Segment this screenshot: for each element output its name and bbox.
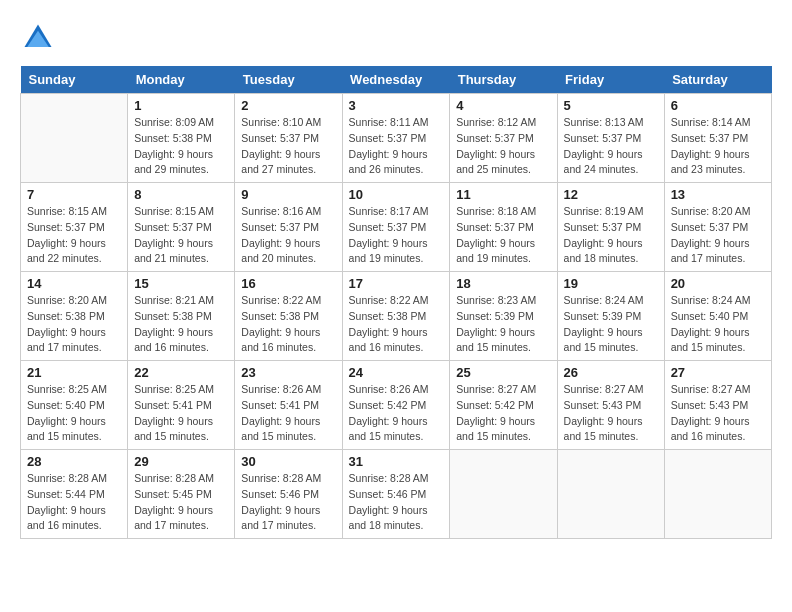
day-info: Sunrise: 8:22 AMSunset: 5:38 PMDaylight:…: [349, 293, 444, 356]
day-number: 15: [134, 276, 228, 291]
day-info: Sunrise: 8:15 AMSunset: 5:37 PMDaylight:…: [134, 204, 228, 267]
calendar-cell: 21Sunrise: 8:25 AMSunset: 5:40 PMDayligh…: [21, 361, 128, 450]
calendar-cell: 31Sunrise: 8:28 AMSunset: 5:46 PMDayligh…: [342, 450, 450, 539]
calendar-cell: 25Sunrise: 8:27 AMSunset: 5:42 PMDayligh…: [450, 361, 557, 450]
calendar-header-row: SundayMondayTuesdayWednesdayThursdayFrid…: [21, 66, 772, 94]
day-number: 25: [456, 365, 550, 380]
calendar-cell: 19Sunrise: 8:24 AMSunset: 5:39 PMDayligh…: [557, 272, 664, 361]
calendar-cell: 26Sunrise: 8:27 AMSunset: 5:43 PMDayligh…: [557, 361, 664, 450]
calendar-cell: 23Sunrise: 8:26 AMSunset: 5:41 PMDayligh…: [235, 361, 342, 450]
day-number: 20: [671, 276, 765, 291]
calendar-cell: 16Sunrise: 8:22 AMSunset: 5:38 PMDayligh…: [235, 272, 342, 361]
calendar-cell: 7Sunrise: 8:15 AMSunset: 5:37 PMDaylight…: [21, 183, 128, 272]
day-info: Sunrise: 8:27 AMSunset: 5:42 PMDaylight:…: [456, 382, 550, 445]
calendar-week-row: 1Sunrise: 8:09 AMSunset: 5:38 PMDaylight…: [21, 94, 772, 183]
day-number: 18: [456, 276, 550, 291]
calendar-cell: 20Sunrise: 8:24 AMSunset: 5:40 PMDayligh…: [664, 272, 771, 361]
day-info: Sunrise: 8:10 AMSunset: 5:37 PMDaylight:…: [241, 115, 335, 178]
day-info: Sunrise: 8:27 AMSunset: 5:43 PMDaylight:…: [564, 382, 658, 445]
day-info: Sunrise: 8:26 AMSunset: 5:42 PMDaylight:…: [349, 382, 444, 445]
day-number: 31: [349, 454, 444, 469]
column-header-friday: Friday: [557, 66, 664, 94]
day-info: Sunrise: 8:27 AMSunset: 5:43 PMDaylight:…: [671, 382, 765, 445]
calendar-cell: 27Sunrise: 8:27 AMSunset: 5:43 PMDayligh…: [664, 361, 771, 450]
day-number: 13: [671, 187, 765, 202]
calendar-week-row: 7Sunrise: 8:15 AMSunset: 5:37 PMDaylight…: [21, 183, 772, 272]
calendar-cell: 24Sunrise: 8:26 AMSunset: 5:42 PMDayligh…: [342, 361, 450, 450]
logo-icon: [20, 20, 56, 56]
calendar-cell: [557, 450, 664, 539]
day-info: Sunrise: 8:14 AMSunset: 5:37 PMDaylight:…: [671, 115, 765, 178]
day-info: Sunrise: 8:26 AMSunset: 5:41 PMDaylight:…: [241, 382, 335, 445]
calendar-cell: [21, 94, 128, 183]
column-header-sunday: Sunday: [21, 66, 128, 94]
calendar-cell: 18Sunrise: 8:23 AMSunset: 5:39 PMDayligh…: [450, 272, 557, 361]
calendar-table: SundayMondayTuesdayWednesdayThursdayFrid…: [20, 66, 772, 539]
day-number: 12: [564, 187, 658, 202]
day-info: Sunrise: 8:23 AMSunset: 5:39 PMDaylight:…: [456, 293, 550, 356]
day-info: Sunrise: 8:28 AMSunset: 5:46 PMDaylight:…: [241, 471, 335, 534]
calendar-cell: [664, 450, 771, 539]
day-number: 9: [241, 187, 335, 202]
day-info: Sunrise: 8:15 AMSunset: 5:37 PMDaylight:…: [27, 204, 121, 267]
calendar-cell: 9Sunrise: 8:16 AMSunset: 5:37 PMDaylight…: [235, 183, 342, 272]
day-info: Sunrise: 8:09 AMSunset: 5:38 PMDaylight:…: [134, 115, 228, 178]
day-number: 8: [134, 187, 228, 202]
calendar-cell: 17Sunrise: 8:22 AMSunset: 5:38 PMDayligh…: [342, 272, 450, 361]
day-number: 5: [564, 98, 658, 113]
day-number: 2: [241, 98, 335, 113]
calendar-cell: 22Sunrise: 8:25 AMSunset: 5:41 PMDayligh…: [128, 361, 235, 450]
calendar-cell: 1Sunrise: 8:09 AMSunset: 5:38 PMDaylight…: [128, 94, 235, 183]
calendar-cell: 2Sunrise: 8:10 AMSunset: 5:37 PMDaylight…: [235, 94, 342, 183]
day-info: Sunrise: 8:24 AMSunset: 5:39 PMDaylight:…: [564, 293, 658, 356]
calendar-cell: 6Sunrise: 8:14 AMSunset: 5:37 PMDaylight…: [664, 94, 771, 183]
day-number: 27: [671, 365, 765, 380]
day-info: Sunrise: 8:21 AMSunset: 5:38 PMDaylight:…: [134, 293, 228, 356]
day-number: 22: [134, 365, 228, 380]
day-number: 3: [349, 98, 444, 113]
column-header-thursday: Thursday: [450, 66, 557, 94]
day-info: Sunrise: 8:18 AMSunset: 5:37 PMDaylight:…: [456, 204, 550, 267]
day-number: 29: [134, 454, 228, 469]
day-number: 17: [349, 276, 444, 291]
day-number: 7: [27, 187, 121, 202]
calendar-week-row: 28Sunrise: 8:28 AMSunset: 5:44 PMDayligh…: [21, 450, 772, 539]
day-number: 26: [564, 365, 658, 380]
day-number: 4: [456, 98, 550, 113]
calendar-cell: 4Sunrise: 8:12 AMSunset: 5:37 PMDaylight…: [450, 94, 557, 183]
day-info: Sunrise: 8:20 AMSunset: 5:37 PMDaylight:…: [671, 204, 765, 267]
column-header-monday: Monday: [128, 66, 235, 94]
page-header: [20, 20, 772, 56]
calendar-cell: 3Sunrise: 8:11 AMSunset: 5:37 PMDaylight…: [342, 94, 450, 183]
day-info: Sunrise: 8:24 AMSunset: 5:40 PMDaylight:…: [671, 293, 765, 356]
calendar-cell: 15Sunrise: 8:21 AMSunset: 5:38 PMDayligh…: [128, 272, 235, 361]
day-info: Sunrise: 8:28 AMSunset: 5:44 PMDaylight:…: [27, 471, 121, 534]
day-number: 10: [349, 187, 444, 202]
day-info: Sunrise: 8:17 AMSunset: 5:37 PMDaylight:…: [349, 204, 444, 267]
day-number: 16: [241, 276, 335, 291]
day-info: Sunrise: 8:20 AMSunset: 5:38 PMDaylight:…: [27, 293, 121, 356]
day-info: Sunrise: 8:25 AMSunset: 5:41 PMDaylight:…: [134, 382, 228, 445]
calendar-cell: 30Sunrise: 8:28 AMSunset: 5:46 PMDayligh…: [235, 450, 342, 539]
day-info: Sunrise: 8:12 AMSunset: 5:37 PMDaylight:…: [456, 115, 550, 178]
day-number: 1: [134, 98, 228, 113]
day-number: 6: [671, 98, 765, 113]
day-info: Sunrise: 8:13 AMSunset: 5:37 PMDaylight:…: [564, 115, 658, 178]
day-info: Sunrise: 8:28 AMSunset: 5:46 PMDaylight:…: [349, 471, 444, 534]
calendar-cell: 5Sunrise: 8:13 AMSunset: 5:37 PMDaylight…: [557, 94, 664, 183]
column-header-wednesday: Wednesday: [342, 66, 450, 94]
column-header-tuesday: Tuesday: [235, 66, 342, 94]
day-number: 24: [349, 365, 444, 380]
calendar-cell: 10Sunrise: 8:17 AMSunset: 5:37 PMDayligh…: [342, 183, 450, 272]
day-info: Sunrise: 8:25 AMSunset: 5:40 PMDaylight:…: [27, 382, 121, 445]
day-number: 30: [241, 454, 335, 469]
day-info: Sunrise: 8:19 AMSunset: 5:37 PMDaylight:…: [564, 204, 658, 267]
calendar-cell: 8Sunrise: 8:15 AMSunset: 5:37 PMDaylight…: [128, 183, 235, 272]
day-info: Sunrise: 8:28 AMSunset: 5:45 PMDaylight:…: [134, 471, 228, 534]
day-number: 21: [27, 365, 121, 380]
column-header-saturday: Saturday: [664, 66, 771, 94]
calendar-cell: 14Sunrise: 8:20 AMSunset: 5:38 PMDayligh…: [21, 272, 128, 361]
calendar-cell: 29Sunrise: 8:28 AMSunset: 5:45 PMDayligh…: [128, 450, 235, 539]
day-number: 19: [564, 276, 658, 291]
day-info: Sunrise: 8:22 AMSunset: 5:38 PMDaylight:…: [241, 293, 335, 356]
